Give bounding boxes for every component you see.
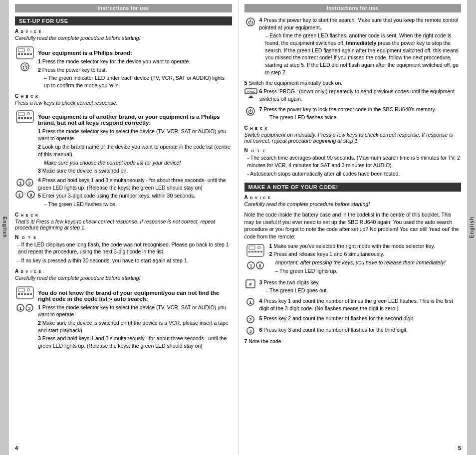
svg-text:1: 1 [18, 193, 20, 198]
svg-rect-45 [247, 244, 264, 256]
key-16-icons: 1 6 [247, 261, 264, 269]
step-mn-5-icon: 2 [244, 315, 256, 324]
step-mn-6-icon: 3 [244, 327, 256, 336]
advice-label-make-note: A d v i c e [244, 195, 462, 200]
remote-icon-1 [15, 46, 34, 60]
key-range-icons: 1 - 9 [15, 191, 35, 199]
svg-rect-16 [27, 117, 29, 119]
svg-rect-7 [30, 53, 32, 55]
step-ob-1: 1 Press the mode selector key to select … [38, 128, 232, 142]
advice-text-1: Carefully read the complete procedure be… [15, 35, 232, 41]
philips-brand-title: Your equipment is a Philips brand: [38, 50, 232, 56]
svg-rect-15 [24, 117, 26, 119]
svg-text:⏻: ⏻ [22, 64, 27, 70]
right-tab-label: English [469, 217, 475, 238]
auto-search-section: 1 3 You do not know the brand of your eq… [15, 285, 232, 351]
advice-label-1: A d v i c e [15, 28, 232, 34]
step-7-sub: – The green LED flashes twice. [259, 114, 462, 121]
continued-steps: ⏻ 4 Press the power key to start the sea… [244, 16, 462, 122]
right-page-header: Instructions for use [244, 4, 462, 12]
svg-rect-32 [27, 293, 29, 295]
step-mn-3-icon: # [244, 279, 256, 289]
svg-text:⏻: ⏻ [248, 109, 253, 114]
step-6-row: PROG 6 Press 'PROG-' (down only!) repeat… [244, 88, 462, 103]
key-3-auto-icon: 3 [25, 304, 33, 312]
key-3-icon: 3 [25, 179, 33, 187]
philips-brand-section: ⏻ Your equipment is a Philips brand: 1 P… [15, 45, 232, 106]
left-page: Instructions for use SET-UP FOR USE A d … [9, 0, 238, 455]
step-6-icon: PROG [244, 88, 256, 100]
setup-header: SET-UP FOR USE [15, 16, 232, 25]
svg-point-28 [27, 288, 30, 291]
note-item-2: - If no key is pressed within 30 seconds… [15, 257, 232, 264]
svg-text:3: 3 [249, 329, 251, 334]
svg-text:#: # [249, 282, 251, 287]
power-icon-2: ⏻ [245, 17, 255, 27]
svg-marker-42 [248, 95, 254, 98]
key-1-auto-icon: 1 [16, 304, 24, 312]
svg-rect-3 [18, 53, 20, 55]
check-label-1: C h e c k [15, 93, 232, 99]
step-ob-3: 3 Make sure the device is switched on. [38, 167, 232, 175]
svg-text:2: 2 [249, 317, 251, 322]
step-mn-4-content: 4 Press key 1 and count the number of ti… [259, 297, 462, 313]
step-mn-6-row: 3 6 Press key 3 and count the number of … [244, 326, 462, 336]
key-1-mn-icon: 1 [247, 261, 255, 269]
step-ob-5: 5 Enter your 3-digit code using the numb… [38, 192, 232, 200]
svg-rect-5 [24, 53, 26, 55]
step-4-content: 4 Press the power key to start the searc… [259, 16, 462, 77]
svg-rect-48 [248, 251, 250, 252]
svg-rect-14 [21, 117, 23, 119]
remote-icon-3 [15, 286, 34, 300]
auto-search-title: You do not know the brand of your equipm… [38, 290, 232, 302]
key-13-auto-icons: 1 3 [16, 304, 33, 312]
step-mn-2-dash: – The green LED lights up. [269, 267, 462, 275]
svg-text:9: 9 [29, 193, 32, 198]
page: English Instructions for use SET-UP FOR … [0, 0, 476, 455]
step-4-sub: – Each time the green LED flashes, anoth… [259, 32, 462, 76]
step-4-text: 4 Press the power key to start the searc… [259, 16, 462, 31]
make-note-icon-col: 1 6 [244, 242, 266, 276]
left-tab-label: English [2, 217, 7, 238]
check-label-2: C h e c k [15, 212, 232, 218]
check-text-2: That's it! Press a few keys to check cor… [15, 219, 232, 230]
svg-text:1: 1 [19, 306, 21, 311]
hash-icon: # [245, 279, 255, 288]
svg-rect-30 [21, 293, 23, 295]
step-6-content: 6 Press 'PROG-' (down only!) repeatedly … [259, 88, 462, 103]
key-6-mn-icon: 6 [256, 261, 264, 269]
step-as-2: 2 Make sure the device is switched on (i… [38, 319, 232, 334]
make-note-steps-1-2: 1 Make sure you've selected the right mo… [269, 242, 462, 276]
svg-point-2 [27, 49, 30, 51]
remote-icon-4 [246, 243, 265, 257]
step-mn-7: 7 Note the code. [244, 338, 462, 345]
svg-rect-49 [251, 251, 253, 252]
step-mn-4-row: 1 4 Press key 1 and count the number of … [244, 297, 462, 313]
right-page: Instructions for use ⏻ 4 Press the power… [238, 0, 468, 455]
other-brand-steps-2: 1 3 1 - [15, 177, 232, 209]
note-right-1: - The search time averages about 90 seco… [244, 154, 462, 169]
svg-point-47 [257, 246, 260, 248]
step-pb-2-sub: – The green indicator LED under each dev… [38, 74, 232, 89]
note-item-1: - If the LED displays one long flash, th… [15, 241, 232, 255]
key-9-range-icon: 9 [27, 191, 35, 199]
svg-rect-11 [18, 112, 24, 116]
philips-icon-col: ⏻ [15, 45, 35, 90]
step-mn-4-icon: 1 [244, 298, 256, 307]
svg-text:6: 6 [258, 263, 261, 268]
step-mn-3-row: # 3 Press the two digits key. – The gree… [244, 279, 462, 295]
svg-rect-27 [18, 288, 24, 292]
svg-rect-4 [21, 53, 23, 55]
make-note-intro: Note the code inside the battery case an… [244, 211, 462, 240]
svg-point-12 [27, 112, 30, 115]
step-7-icon: ⏻ [244, 106, 256, 117]
step-7-text: 7 Press the power key to lock the correc… [259, 106, 462, 113]
key-1-icon: 1 [16, 179, 24, 187]
step-ob-2: 2 Look up the brand name of the device y… [38, 143, 232, 158]
other-brand-icon-col [15, 109, 35, 176]
step-mn-5-content: 5 Press key 2 and count the number of fl… [259, 315, 462, 323]
step-ob-2-sub: Make sure you choose the correct code li… [38, 159, 232, 167]
step-5: 5 Switch the equipment manually back on. [244, 79, 462, 87]
check-text-right: Switch equipment on manually. Press a fe… [244, 132, 462, 144]
step-mn-5-row: 2 5 Press key 2 and count the number of … [244, 315, 462, 324]
